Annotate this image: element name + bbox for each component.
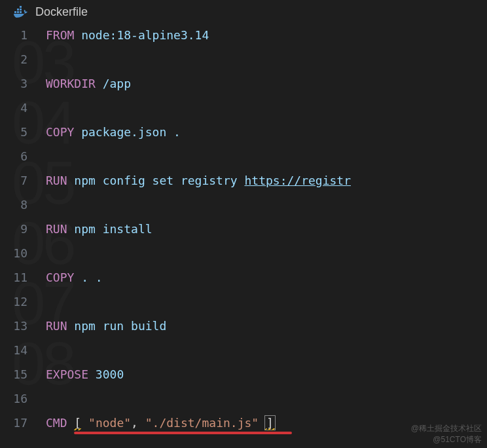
line-number: 17 bbox=[0, 411, 27, 435]
svg-rect-1 bbox=[17, 11, 19, 13]
code-text: npm install bbox=[67, 222, 153, 236]
line-number: 6 bbox=[0, 144, 27, 168]
code-line[interactable]: RUN npm install bbox=[46, 217, 487, 241]
line-number: 10 bbox=[0, 241, 27, 265]
code-editor[interactable]: 1 2 3 4 5 6 7 8 9 10 11 12 13 14 15 16 1… bbox=[0, 23, 487, 435]
dockerfile-keyword: FROM bbox=[46, 28, 74, 42]
code-line[interactable]: COPY package.json . bbox=[46, 120, 487, 144]
code-text: /app bbox=[96, 77, 131, 90]
svg-rect-2 bbox=[20, 11, 22, 13]
error-underline bbox=[74, 432, 292, 434]
code-line[interactable]: EXPOSE 3000 bbox=[46, 362, 487, 386]
line-number: 5 bbox=[0, 120, 27, 144]
code-line[interactable] bbox=[46, 47, 487, 71]
svg-rect-3 bbox=[17, 9, 19, 10]
code-line[interactable]: COPY . . bbox=[46, 265, 487, 289]
code-line[interactable] bbox=[46, 241, 487, 265]
dockerfile-keyword: RUN bbox=[46, 222, 67, 236]
tab-header: Dockerfile bbox=[0, 0, 487, 23]
code-area[interactable]: FROM node:18-alpine3.14 WORKDIR /app COP… bbox=[46, 23, 487, 435]
code-url[interactable]: https://registr bbox=[244, 174, 351, 187]
svg-rect-4 bbox=[20, 9, 22, 10]
dockerfile-keyword: COPY bbox=[46, 271, 74, 284]
line-number: 2 bbox=[0, 47, 27, 71]
string-literal: "node" bbox=[88, 416, 131, 430]
dockerfile-keyword: CMD bbox=[46, 416, 67, 430]
dockerfile-keyword: RUN bbox=[46, 174, 67, 187]
dockerfile-keyword: EXPOSE bbox=[46, 367, 88, 381]
line-number: 12 bbox=[0, 289, 27, 314]
code-text: node:18-alpine3.14 bbox=[74, 28, 209, 42]
code-text: npm run build bbox=[67, 319, 167, 333]
bracket-close: ] bbox=[264, 415, 276, 430]
code-text: 3000 bbox=[88, 367, 124, 381]
tab-title[interactable]: Dockerfile bbox=[35, 5, 88, 19]
bracket-open: [ bbox=[74, 416, 81, 430]
line-number: 11 bbox=[0, 265, 27, 289]
dockerfile-keyword: WORKDIR bbox=[46, 77, 96, 90]
code-line[interactable] bbox=[46, 193, 487, 217]
code-line[interactable] bbox=[46, 144, 487, 168]
line-number: 9 bbox=[0, 217, 27, 241]
code-line[interactable]: RUN npm config set registry https://regi… bbox=[46, 168, 487, 193]
code-line[interactable] bbox=[46, 386, 487, 411]
code-text: package.json . bbox=[74, 125, 181, 139]
svg-rect-5 bbox=[20, 6, 22, 8]
line-number: 14 bbox=[0, 338, 27, 362]
svg-rect-0 bbox=[14, 11, 16, 13]
code-line[interactable]: FROM node:18-alpine3.14 bbox=[46, 23, 487, 47]
code-text: . . bbox=[74, 271, 102, 284]
line-number: 16 bbox=[0, 386, 27, 411]
string-literal: "./dist/main.js" bbox=[145, 416, 259, 430]
code-line[interactable] bbox=[46, 289, 487, 314]
line-gutter: 1 2 3 4 5 6 7 8 9 10 11 12 13 14 15 16 1… bbox=[0, 23, 46, 435]
line-number: 1 bbox=[0, 23, 27, 47]
dockerfile-keyword: RUN bbox=[46, 319, 67, 333]
docker-icon bbox=[13, 6, 29, 19]
watermark: @稀土掘金技术社区 @51CTO博客 bbox=[411, 423, 482, 445]
line-number: 15 bbox=[0, 362, 27, 386]
code-line[interactable]: WORKDIR /app bbox=[46, 71, 487, 96]
code-line[interactable]: RUN npm run build bbox=[46, 314, 487, 338]
code-line[interactable] bbox=[46, 338, 487, 362]
line-number: 8 bbox=[0, 193, 27, 217]
line-number: 3 bbox=[0, 71, 27, 96]
line-number: 4 bbox=[0, 96, 27, 120]
code-text: npm config set registry bbox=[67, 174, 245, 187]
code-line[interactable] bbox=[46, 96, 487, 120]
line-number: 13 bbox=[0, 314, 27, 338]
dockerfile-keyword: COPY bbox=[46, 125, 74, 139]
line-number: 7 bbox=[0, 168, 27, 193]
